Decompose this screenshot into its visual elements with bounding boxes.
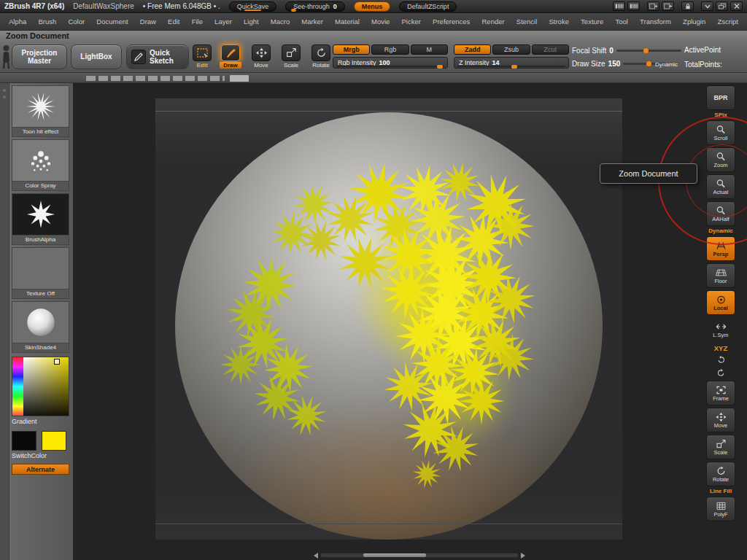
zadd-button[interactable]: Zadd xyxy=(454,44,491,55)
canvas[interactable]: Zoom Document BPRSPixScrollZoomActualAAH… xyxy=(73,83,747,560)
undo-icon[interactable] xyxy=(712,354,729,365)
palette-item-texture-off[interactable]: Texture Off xyxy=(12,247,71,299)
tray-button-scroll[interactable]: Scroll xyxy=(706,120,735,145)
horizontal-scrollbar[interactable] xyxy=(314,552,525,559)
slider-dot[interactable] xyxy=(511,65,517,69)
hue-strip[interactable] xyxy=(12,357,23,416)
m-button[interactable]: M xyxy=(411,44,448,55)
draw-size-slider[interactable]: Draw Size 150 xyxy=(572,58,665,69)
tray-button-actual[interactable]: Actual xyxy=(706,174,735,199)
color-picker[interactable] xyxy=(12,357,69,416)
redo-icon[interactable] xyxy=(712,368,729,378)
menu-edit[interactable]: Edit xyxy=(168,18,179,26)
alternate-button[interactable]: Alternate xyxy=(12,464,69,475)
lock-icon[interactable] xyxy=(681,1,694,11)
switchcolor-label[interactable]: SwitchColor xyxy=(12,452,71,459)
scroll-h-icon[interactable] xyxy=(613,1,625,11)
menu-zscript[interactable]: Zscript xyxy=(717,18,738,26)
see-through-slider[interactable]: See-through 0 xyxy=(285,1,345,12)
menu-layer[interactable]: Layer xyxy=(214,18,232,26)
palette-item-toon-hit-effect[interactable]: Toon hit effect xyxy=(12,85,71,137)
tray-button-polyf[interactable]: PolyF xyxy=(706,497,735,521)
menu-preferences[interactable]: Preferences xyxy=(433,18,470,26)
scrollbar-thumb[interactable] xyxy=(363,553,426,557)
minimize-icon[interactable] xyxy=(701,1,713,11)
menu-light[interactable]: Light xyxy=(244,18,259,26)
tray-button-rotate[interactable]: Rotate xyxy=(706,462,735,486)
document-area[interactable] xyxy=(155,98,622,540)
projection-master-button[interactable]: Projection Master xyxy=(12,44,67,69)
tray-button-zoom[interactable]: Zoom xyxy=(706,147,735,172)
menu-transform[interactable]: Transform xyxy=(640,18,671,26)
dynamic-label[interactable]: Dynamic xyxy=(655,61,678,68)
starburst-icon[interactable] xyxy=(12,85,69,128)
slider-dot[interactable] xyxy=(646,61,651,66)
mrgb-button[interactable]: Mrgb xyxy=(333,44,370,55)
spray-icon[interactable] xyxy=(12,139,69,182)
rgb-intensity-slider[interactable]: Rgb Intensity 100 xyxy=(333,57,448,69)
blank-icon[interactable] xyxy=(12,247,69,289)
edit-button[interactable]: Edit xyxy=(190,44,214,69)
palette-item-brushalpha[interactable]: BrushAlpha xyxy=(12,193,71,245)
main-color-swatch[interactable] xyxy=(12,431,36,451)
scroll-right-icon[interactable] xyxy=(521,553,525,559)
tray-button-frame[interactable]: Frame xyxy=(706,381,735,405)
tray-button-scale[interactable]: Scale xyxy=(706,435,735,459)
tray-button-aahalf[interactable]: AAHalf xyxy=(706,201,735,226)
tray-button-persp[interactable]: Persp xyxy=(706,236,735,261)
quicksave-button[interactable]: QuickSave xyxy=(229,1,277,12)
menu-material[interactable]: Material xyxy=(335,18,360,26)
move-button[interactable]: Move xyxy=(249,44,274,69)
menu-alpha[interactable]: Alpha xyxy=(9,18,26,26)
focal-shift-slider[interactable]: Focal Shift 0 xyxy=(572,45,681,56)
gradient-label[interactable]: Gradient xyxy=(12,418,71,425)
scale-button[interactable]: Scale xyxy=(279,44,303,69)
document-tab-strip[interactable] xyxy=(0,73,747,83)
menu-macro[interactable]: Macro xyxy=(271,18,290,26)
scroll-h-icon[interactable] xyxy=(627,1,640,11)
close-icon[interactable] xyxy=(730,1,743,11)
secondary-color-swatch[interactable] xyxy=(42,431,66,451)
slider-dot[interactable] xyxy=(643,48,649,53)
color-selector[interactable] xyxy=(54,359,60,365)
dock-icon[interactable] xyxy=(662,1,674,11)
tray-label-spix[interactable]: SPix xyxy=(714,112,727,118)
tray-button-local[interactable]: Local xyxy=(706,290,735,315)
rotate-button[interactable]: Rotate xyxy=(309,44,333,69)
menu-file[interactable]: File xyxy=(192,18,203,26)
quick-sketch-button[interactable]: Quick Sketch xyxy=(126,44,189,69)
palette-item-skinshade4[interactable]: SkinShade4 xyxy=(12,301,71,353)
slider-dot[interactable] xyxy=(437,65,443,69)
menus-button[interactable]: Menus xyxy=(354,1,391,12)
star-icon[interactable] xyxy=(12,193,69,236)
left-divider[interactable] xyxy=(0,83,9,560)
menu-stencil[interactable]: Stencil xyxy=(516,18,538,26)
tray-button-bpr[interactable]: BPR xyxy=(706,85,735,110)
tray-label-line-fill[interactable]: Line Fill xyxy=(710,489,732,494)
sphere-model[interactable] xyxy=(175,112,603,540)
menu-color[interactable]: Color xyxy=(68,18,85,26)
dock-icon[interactable] xyxy=(647,1,659,11)
menu-document[interactable]: Document xyxy=(96,18,128,26)
menu-zplugin[interactable]: Zplugin xyxy=(683,18,705,26)
restore-icon[interactable] xyxy=(716,1,728,11)
menu-tool[interactable]: Tool xyxy=(615,18,627,26)
tray-button-floor[interactable]: Floor xyxy=(706,263,735,288)
z-intensity-slider[interactable]: Z Intensity 14 xyxy=(454,57,569,69)
menu-brush[interactable]: Brush xyxy=(38,18,56,26)
menu-movie[interactable]: Movie xyxy=(371,18,390,26)
divider-handle[interactable] xyxy=(230,75,249,82)
draw-button[interactable]: Draw xyxy=(218,44,243,69)
tray-button-xyz[interactable]: XYZ xyxy=(714,344,727,352)
menu-draw[interactable]: Draw xyxy=(140,18,156,26)
lightbox-button[interactable]: LightBox xyxy=(71,44,122,69)
menu-stroke[interactable]: Stroke xyxy=(549,18,568,26)
menu-marker[interactable]: Marker xyxy=(301,18,323,26)
menu-texture[interactable]: Texture xyxy=(581,18,603,26)
sphere-icon[interactable] xyxy=(12,301,69,343)
rgb-button[interactable]: Rgb xyxy=(371,44,409,55)
zsub-button[interactable]: Zsub xyxy=(492,44,530,55)
tray-label-dynamic[interactable]: Dynamic xyxy=(708,228,732,234)
menu-picker[interactable]: Picker xyxy=(402,18,421,26)
zcut-button[interactable]: Zcut xyxy=(532,44,569,55)
